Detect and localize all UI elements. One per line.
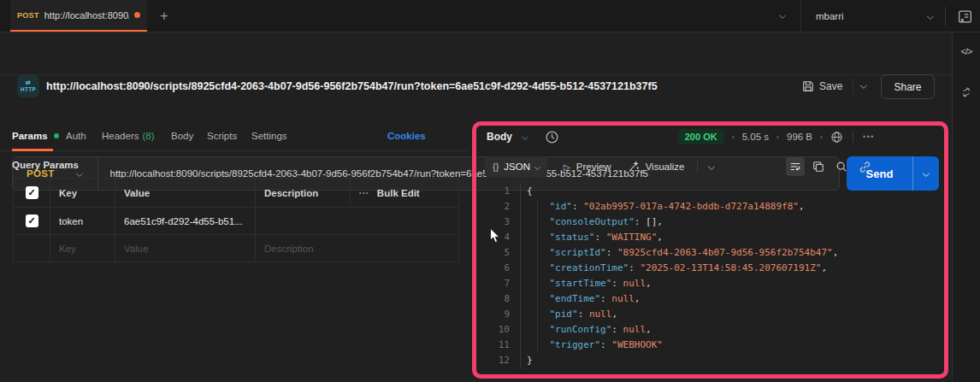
link-button[interactable] [855, 157, 874, 176]
more-views-chevron-icon[interactable] [708, 163, 715, 170]
tab-overflow-chevron-icon[interactable] [779, 12, 786, 19]
headers-count-badge: (8) [142, 121, 154, 150]
code-text: "endTime": null, [520, 291, 640, 307]
response-body-chevron-icon[interactable] [522, 133, 528, 140]
code-line: 8 "endTime": null, [477, 291, 948, 307]
search-icon [835, 161, 847, 173]
bulk-edit-button[interactable]: Bulk Edit [377, 188, 420, 198]
search-button[interactable] [832, 157, 851, 176]
response-toolbar-icons [786, 157, 948, 176]
tab-title: http://localhost:8090/s [44, 10, 129, 21]
code-line: 1{ [477, 184, 948, 199]
visualize-label: Visualize [646, 162, 685, 172]
chevron-down-icon [534, 163, 540, 169]
copy-button[interactable] [809, 157, 828, 176]
tab-body-label: Body [171, 121, 193, 150]
response-header: Body 200 OK 5.05 s 996 B ••• [477, 121, 948, 152]
select-all-checkbox[interactable]: ✓ [26, 186, 38, 199]
code-text: "pid": null, [520, 307, 617, 322]
line-number: 11 [477, 338, 520, 353]
new-tab-button[interactable]: + [156, 8, 173, 25]
tab-headers[interactable]: Headers (8) [102, 121, 155, 150]
param-key-field[interactable]: token [50, 208, 115, 234]
code-line: 3 "consoleOutput": [], [477, 215, 948, 230]
postman-app: POST http://localhost:8090/s + mbarri </… [0, 0, 980, 382]
tab-bar: POST http://localhost:8090/s + mbarri [0, 0, 980, 32]
param-description-placeholder[interactable]: Description [255, 235, 460, 262]
right-sidebar: </> [952, 32, 980, 382]
response-size[interactable]: 996 B [787, 132, 812, 142]
dot-separator [776, 136, 779, 138]
code-text: "creationTime": "2025-02-13T14:58:45.207… [520, 261, 827, 276]
request-tab[interactable]: POST http://localhost:8090/s [10, 0, 147, 32]
line-number: 5 [477, 245, 520, 261]
code-text: { [520, 184, 533, 199]
visualize-button[interactable]: Visualize [628, 161, 685, 173]
wrap-lines-button[interactable] [786, 157, 805, 176]
more-options-icon[interactable]: ••• [359, 190, 369, 196]
code-text: "consoleOutput": [], [520, 215, 663, 230]
line-number: 8 [477, 291, 520, 307]
param-value-field[interactable]: 6ae51c9f-d292-4d55-b51... [115, 208, 255, 234]
preview-label: Preview [576, 162, 611, 172]
line-number: 1 [477, 184, 520, 199]
param-value-placeholder[interactable]: Value [115, 235, 255, 262]
format-selector[interactable]: {} JSON [485, 156, 547, 177]
tab-auth[interactable]: Auth [66, 121, 86, 150]
code-line: 10 "runConfig": null, [477, 322, 948, 338]
code-text: "trigger": "WEBHOOK" [520, 338, 663, 353]
column-header-key: Key [50, 179, 115, 207]
tab-params-label: Params [12, 121, 48, 150]
line-number: 4 [477, 230, 520, 245]
tab-headers-label: Headers [102, 121, 139, 150]
divider [945, 7, 946, 26]
network-info-button[interactable] [830, 131, 843, 144]
empty-checkbox-cell [14, 235, 50, 262]
divider [697, 160, 698, 173]
code-line: 12} [477, 353, 948, 368]
code-line: 6 "creationTime": "2025-02-13T14:58:45.2… [477, 261, 948, 276]
indent-guide [537, 199, 538, 353]
cookies-link[interactable]: Cookies [387, 121, 426, 150]
response-code[interactable]: 1{2 "id": "02ab9957-017a-4742-bddb-d727a… [477, 181, 948, 368]
code-line: 7 "startTime": null, [477, 276, 948, 291]
code-text: "scriptId": "8925cfd4-2063-4b07-9d56-956… [520, 245, 838, 261]
format-label: JSON [504, 162, 530, 172]
preview-button[interactable]: ▷ Preview [564, 162, 611, 172]
tab-body[interactable]: Body [171, 121, 193, 150]
code-line: 9 "pid": null, [477, 307, 948, 322]
response-history-button[interactable] [545, 130, 559, 144]
wrap-lines-icon [789, 161, 801, 173]
line-number: 3 [477, 215, 520, 230]
row-checkbox[interactable]: ✓ [26, 215, 38, 227]
query-params-table: ✓ Key Value Description ••• Bulk Edit ✓ … [13, 178, 459, 262]
column-header-value: Value [115, 179, 255, 207]
braces-icon: {} [493, 162, 499, 172]
response-more-options[interactable]: ••• [863, 132, 875, 141]
line-number: 9 [477, 307, 520, 322]
code-line: 11 "trigger": "WEBHOOK" [477, 338, 948, 353]
response-meta: 200 OK 5.05 s 996 B ••• [678, 129, 948, 144]
dot-separator [820, 136, 823, 138]
sync-button[interactable] [959, 85, 973, 103]
tab-settings[interactable]: Settings [251, 121, 287, 150]
divider [853, 131, 853, 143]
plus-icon: + [160, 9, 168, 23]
workspace-selector[interactable]: mbarri [800, 0, 945, 32]
param-key-placeholder[interactable]: Key [50, 235, 115, 262]
tab-params[interactable]: Params [12, 121, 59, 150]
param-description-field[interactable] [255, 208, 460, 234]
response-time[interactable]: 5.05 s [742, 132, 769, 142]
request-title-bar: ⇄ HTTP http://localhost:8090/scripts/892… [0, 32, 952, 75]
table-row-empty: Key Value Description [14, 235, 458, 262]
code-snippet-button[interactable]: </> [953, 46, 980, 56]
status-badge[interactable]: 200 OK [678, 129, 724, 144]
code-text: "startTime": null, [520, 276, 652, 291]
active-tab-underline [12, 149, 53, 151]
response-body-selector[interactable]: Body [487, 131, 512, 143]
code-line: 2 "id": "02ab9957-017a-4742-bddb-d727a14… [477, 199, 948, 215]
method-chevron-icon[interactable] [75, 170, 82, 177]
tab-scripts[interactable]: Scripts [207, 121, 237, 150]
environment-quicklook-button[interactable] [955, 9, 974, 24]
code-text: "status": "WAITING", [520, 230, 663, 245]
